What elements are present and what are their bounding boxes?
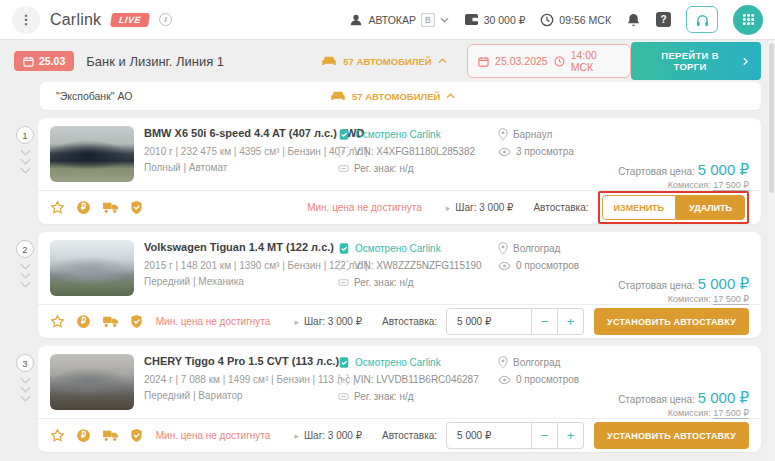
commission-label: Комиссия: xyxy=(668,408,711,418)
scrollbar-thumb[interactable] xyxy=(769,43,774,193)
car-title[interactable]: CHERY Tiggo 4 Pro 1.5 CVT (113 л.с.) xyxy=(144,355,328,367)
min-price-status: Мин. цена не достигнута xyxy=(156,316,271,327)
favorite-star-icon[interactable] xyxy=(50,428,65,443)
info-icon[interactable]: i xyxy=(159,13,172,26)
seller-row: "Экспобанк" АО 57 АВТОМОБИЛЕЙ xyxy=(40,82,761,110)
clock-icon xyxy=(554,56,565,67)
views-row: 0 просмотров xyxy=(498,257,618,274)
line-date-badge: 25.03 xyxy=(14,51,74,71)
car-photo[interactable] xyxy=(50,126,134,182)
position-column: 3 xyxy=(12,346,38,452)
chevron-down-icon[interactable] xyxy=(20,158,31,165)
vin-row: VIN: XW8ZZZ5NZFG115190 xyxy=(338,257,488,274)
user-name: АВТОКАР xyxy=(368,14,416,26)
scrollbar[interactable] xyxy=(768,41,775,461)
reg-label: Рег. знак: xyxy=(354,277,397,288)
balance[interactable]: 30 000 ₽ xyxy=(464,13,526,26)
chevron-down-icon[interactable] xyxy=(20,272,31,279)
line-date: 25.03.2025 xyxy=(495,55,548,67)
go-to-auction-button[interactable]: ПЕРЕЙТИ В ТОРГИ xyxy=(631,42,761,80)
support-button[interactable] xyxy=(686,6,718,33)
wallet-icon xyxy=(464,13,479,26)
eye-icon xyxy=(498,261,511,271)
chevron-down-icon[interactable] xyxy=(20,167,31,174)
inspected-link[interactable]: Осмотрено Carlink xyxy=(338,126,488,143)
set-autobid-button[interactable]: УСТАНОВИТЬ АВТОСТАВКУ xyxy=(594,422,749,449)
car-title[interactable]: Volkswagen Tiguan 1.4 MT (122 л.с.) xyxy=(144,241,328,253)
triangle-icon: ▸ xyxy=(294,317,299,327)
step-value: 3 000 ₽ xyxy=(328,316,362,327)
inspected-badge-icon xyxy=(338,356,350,369)
location-pin-icon xyxy=(498,356,508,369)
car-row: 3 CHERY Tiggo 4 Pro 1.5 CVT (113 л.с.) 2… xyxy=(12,346,761,452)
city-row: Волгоград xyxy=(498,354,618,371)
reg-label: Рег. знак: xyxy=(354,391,397,402)
vin-scan-icon xyxy=(338,374,349,385)
favorite-star-icon[interactable] xyxy=(50,200,65,215)
city-value: Волгоград xyxy=(513,240,560,257)
car-photo[interactable] xyxy=(50,240,134,296)
help-icon[interactable]: ? xyxy=(656,12,671,27)
chevron-down-icon[interactable] xyxy=(20,386,31,393)
inspected-label: Осмотрено Carlink xyxy=(355,126,441,143)
truck-icon xyxy=(102,429,119,442)
live-badge: LIVE xyxy=(110,13,150,27)
brand-logo: Carlink xyxy=(50,11,101,29)
min-price-status: Мин. цена не достигнута xyxy=(307,202,422,213)
delete-autobid-button[interactable]: УДАЛИТЬ xyxy=(676,195,745,220)
location-pin-icon xyxy=(498,128,508,141)
menu-kebab-icon[interactable]: ⋮ xyxy=(12,6,40,34)
chevron-down-icon[interactable] xyxy=(20,263,31,270)
chevron-down-icon[interactable] xyxy=(20,149,31,156)
edit-autobid-button[interactable]: ИЗМЕНИТЬ xyxy=(602,195,677,220)
bell-icon[interactable] xyxy=(626,12,641,28)
step-label: Шаг: xyxy=(304,430,325,441)
line-datetime-pill: 25.03.2025 14:00 МСК xyxy=(467,44,631,78)
increase-button[interactable]: + xyxy=(558,422,584,449)
annotation-highlight: ИЗМЕНИТЬ УДАЛИТЬ xyxy=(598,191,749,224)
inspected-link[interactable]: Осмотрено Carlink xyxy=(338,240,488,257)
car-photo[interactable] xyxy=(50,354,134,410)
plate-icon xyxy=(338,391,349,402)
decrease-button[interactable]: − xyxy=(532,308,558,335)
position-badge: 3 xyxy=(16,354,34,372)
position-column: 2 xyxy=(12,232,38,338)
line-cars-toggle[interactable]: 57 АВТОМОБИЛЕЙ xyxy=(321,55,467,67)
grid-icon xyxy=(742,13,755,26)
user-menu[interactable]: АВТОКАР В xyxy=(349,13,448,27)
seller-cars-toggle[interactable]: 57 АВТОМОБИЛЕЙ xyxy=(330,90,478,102)
increase-button[interactable]: + xyxy=(558,308,584,335)
reg-value: н/д xyxy=(399,163,413,174)
position-badge: 1 xyxy=(16,126,34,144)
inspected-link[interactable]: Осмотрено Carlink xyxy=(338,354,488,371)
apps-grid-button[interactable] xyxy=(733,5,763,35)
line-cars-count: 57 АВТОМОБИЛЕЙ xyxy=(343,56,431,67)
time-value: 09:56 МСК xyxy=(559,14,611,26)
decrease-button[interactable]: − xyxy=(532,422,558,449)
car-title[interactable]: BMW X6 50i 6-speed 4.4 AT (407 л.с.) 4WD xyxy=(144,127,328,139)
step-label: Шаг: xyxy=(455,202,476,213)
car-specs: 2024 г | 7 088 км | 1499 см³ | Бензин | … xyxy=(144,372,328,388)
autobid-input[interactable] xyxy=(446,308,532,335)
car-specs: Передний | Механика xyxy=(144,274,328,290)
autobid-input[interactable] xyxy=(446,422,532,449)
commission-value[interactable]: 17 500 ₽ xyxy=(713,180,749,191)
chevron-down-icon[interactable] xyxy=(20,281,31,288)
chevron-down-icon[interactable] xyxy=(20,377,31,384)
city-row: Волгоград xyxy=(498,240,618,257)
views-value: 3 просмотра xyxy=(516,143,574,160)
favorite-star-icon[interactable] xyxy=(50,314,65,329)
reg-value: н/д xyxy=(399,277,413,288)
commission-value[interactable]: 17 500 ₽ xyxy=(713,408,749,419)
vin-row: VIN: X4XFG81180L285382 xyxy=(338,143,488,160)
set-autobid-button[interactable]: УСТАНОВИТЬ АВТОСТАВКУ xyxy=(594,308,749,335)
truck-icon xyxy=(102,201,119,214)
car-list: 1 BMW X6 50i 6-speed 4.4 AT (407 л.с.) 4… xyxy=(0,118,775,452)
line-title: Банк и Лизинг. Линия 1 xyxy=(86,54,224,69)
plate-icon xyxy=(338,277,349,288)
shield-check-icon xyxy=(130,428,143,443)
chevron-right-icon xyxy=(743,57,748,66)
commission-value[interactable]: 17 500 ₽ xyxy=(713,294,749,305)
truck-icon xyxy=(102,315,119,328)
chevron-down-icon[interactable] xyxy=(20,395,31,402)
